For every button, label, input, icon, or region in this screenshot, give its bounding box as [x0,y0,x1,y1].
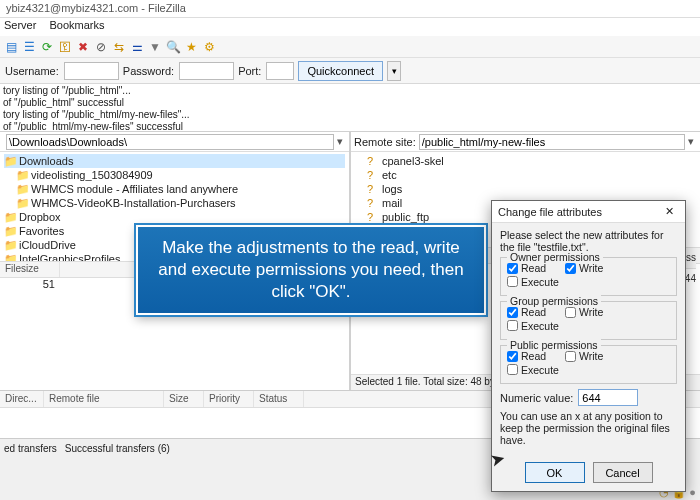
folder-icon: 📁 [4,239,16,251]
dropdown-icon[interactable]: ▾ [334,135,346,148]
tree-label: WHMCS module - Affiliates land anywhere [31,183,238,195]
group-permissions-group: Group permissions Read Write Execute [500,301,677,340]
menu-server[interactable]: Server [4,19,36,31]
tree-item-downloads[interactable]: 📁Downloads [4,154,345,168]
port-input[interactable] [266,62,294,80]
owner-execute-checkbox[interactable]: Execute [507,276,562,288]
remote-path-input[interactable] [419,134,685,150]
activity-icon: ● [689,486,696,498]
dialog-buttons: OK Cancel [492,456,685,491]
log-line: tory listing of "/public_html/my-new-fil… [3,109,697,121]
owner-read-checkbox[interactable]: Read [507,262,562,274]
tab-failed-transfers[interactable]: ed transfers [4,443,57,454]
filter-icon[interactable]: ▼ [147,39,163,55]
group-read-checkbox[interactable]: Read [507,306,562,318]
close-icon[interactable]: ✕ [659,204,679,220]
compare-icon[interactable]: ⇆ [111,39,127,55]
tree-label: iCloudDrive [19,239,76,251]
col-size[interactable]: Size [164,391,204,407]
group-write-checkbox[interactable]: Write [565,306,620,318]
public-execute-checkbox[interactable]: Execute [507,364,562,376]
refresh-icon[interactable]: ⟳ [39,39,55,55]
dialog-title: Change file attributes [498,206,602,218]
remote-path-bar: Remote site: ▾ [351,132,700,152]
owner-write-checkbox[interactable]: Write [565,262,620,274]
dialog-hint: You can use an x at any position to keep… [500,410,677,446]
folder-icon: 📁 [16,183,28,195]
dropdown-icon[interactable]: ▾ [685,135,697,148]
bookmark-icon[interactable]: ★ [183,39,199,55]
tree-label: IntelGraphicsProfiles [19,253,121,262]
group-legend: Owner permissions [507,251,603,263]
group-legend: Group permissions [507,295,601,307]
ok-button[interactable]: OK [525,462,585,483]
public-read-checkbox[interactable]: Read [507,350,562,362]
file-size: 51 [0,278,60,292]
numeric-value-label: Numeric value: [500,392,573,404]
log-line: of "/public_html/my-new-files" successfu… [3,121,697,132]
remote-site-label: Remote site: [354,136,416,148]
numeric-value-input[interactable] [578,389,638,406]
col-filesize[interactable]: Filesize [0,262,60,277]
owner-permissions-group: Owner permissions Read Write Execute [500,257,677,296]
tree-item[interactable]: 📁videolisting_1503084909 [4,168,345,182]
tree-item[interactable]: 📁WHMCS module - Affiliates land anywhere [4,182,345,196]
tree-label: videolisting_1503084909 [31,169,153,181]
menubar: Server Bookmarks [0,18,700,36]
tree-item[interactable]: ?etc [355,168,696,182]
col-status[interactable]: Status [254,391,304,407]
port-label: Port: [238,65,261,77]
tree-label: WHMCS-VideoKB-Installation-Purchasers [31,197,236,209]
quickconnect-dropdown[interactable]: ▾ [387,61,401,81]
quickconnect-bar: Username: Password: Port: Quickconnect ▾ [0,58,700,84]
public-permissions-group: Public permissions Read Write Execute [500,345,677,384]
message-log[interactable]: tory listing of "/public_html"... of "/p… [0,84,700,132]
instruction-callout: Make the adjustments to the read, write … [136,225,486,315]
folder-icon: 📁 [4,253,16,262]
tree-label: public_ftp [382,211,429,223]
menu-bookmarks[interactable]: Bookmarks [49,19,104,31]
dialog-titlebar: Change file attributes ✕ [492,201,685,223]
public-write-checkbox[interactable]: Write [565,350,620,362]
tree-item[interactable]: 📁Dropbox [4,210,345,224]
col-direction[interactable]: Direc... [0,391,44,407]
search-icon[interactable]: 🔍 [165,39,181,55]
local-path-bar: ▾ [0,132,349,152]
username-label: Username: [5,65,59,77]
unknown-folder-icon: ? [367,211,379,223]
tree-item[interactable]: ?cpanel3-skel [355,154,696,168]
tree-label: logs [382,183,402,195]
cancel-button[interactable]: Cancel [593,462,653,483]
quickconnect-button[interactable]: Quickconnect [298,61,383,81]
toolbar: ▤ ☰ ⟳ ⚿ ✖ ⊘ ⇆ ⚌ ▼ 🔍 ★ ⚙ [0,36,700,58]
site-manager-icon[interactable]: ▤ [3,39,19,55]
key-icon[interactable]: ⚿ [57,39,73,55]
tree-label: Favorites [19,225,64,237]
group-execute-checkbox[interactable]: Execute [507,320,562,332]
tree-label: cpanel3-skel [382,155,444,167]
tree-item[interactable]: 📁WHMCS-VideoKB-Installation-Purchasers [4,196,345,210]
tree-label: Dropbox [19,211,61,223]
tree-label: Downloads [19,155,73,167]
folder-icon: 📁 [4,211,16,223]
disconnect-icon[interactable]: ✖ [75,39,91,55]
change-attributes-dialog: Change file attributes ✕ Please select t… [491,200,686,492]
tab-successful-transfers[interactable]: Successful transfers (6) [65,443,170,454]
cancel-icon[interactable]: ⊘ [93,39,109,55]
username-input[interactable] [64,62,119,80]
col-remote-file[interactable]: Remote file [44,391,164,407]
col-priority[interactable]: Priority [204,391,254,407]
log-line: tory listing of "/public_html"... [3,85,697,97]
tree-item[interactable]: ?logs [355,182,696,196]
folder-icon: 📁 [16,169,28,181]
log-line: of "/public_html" successful [3,97,697,109]
folder-icon: 📁 [16,197,28,209]
unknown-folder-icon: ? [367,183,379,195]
password-input[interactable] [179,62,234,80]
sync-icon[interactable]: ⚌ [129,39,145,55]
local-path-input[interactable] [6,134,334,150]
toggle-log-icon[interactable]: ☰ [21,39,37,55]
unknown-folder-icon: ? [367,197,379,209]
tree-label: etc [382,169,397,181]
settings-icon[interactable]: ⚙ [201,39,217,55]
